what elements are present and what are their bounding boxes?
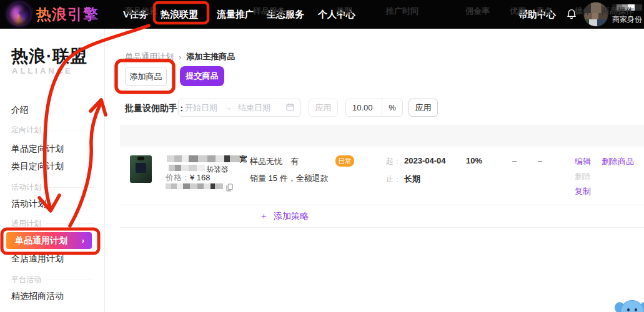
type-badge: 日常 xyxy=(335,155,354,167)
sidebar-brand-title: 热浪·联盟 xyxy=(11,45,87,67)
price-label: 价格： xyxy=(166,173,190,182)
mascot-eye xyxy=(627,308,630,311)
end-date-placeholder: 结束日期 xyxy=(238,102,270,114)
sidebar-section-activity-plans: 活动计划 xyxy=(11,182,94,193)
sidebar-item-category-directed-plan[interactable]: 类目定向计划 xyxy=(11,161,64,172)
active-item-label: 单品通用计划 xyxy=(15,235,67,246)
section-label: 活动计划 xyxy=(11,182,41,193)
calendar-icon xyxy=(286,103,294,113)
commission-rate-field: % xyxy=(345,99,403,117)
promo-end-label: 止： xyxy=(386,175,401,183)
delete-product-link[interactable]: 删除商品 xyxy=(602,156,634,167)
breadcrumb-separator: › xyxy=(179,52,181,62)
promo-end-value: 长期 xyxy=(404,174,420,183)
sample-service-line2: 销量 15 件，全额退款 xyxy=(250,173,329,184)
start-date-placeholder: 开始日期 xyxy=(185,102,217,114)
range-arrow-icon: → xyxy=(224,103,232,112)
logo-text: 热浪引擎 xyxy=(36,4,99,24)
mascot-eye xyxy=(635,308,637,311)
commission-value: 10% xyxy=(466,156,482,165)
col-promo-time: 推广时间 xyxy=(386,0,419,22)
section-rule xyxy=(46,223,94,224)
discount-value: – xyxy=(512,156,517,165)
sample-service-line1: 样品无忧 有 xyxy=(250,156,299,167)
col-discount: 优惠 xyxy=(510,0,526,22)
promo-start: 起：2023-04-04 xyxy=(386,156,446,167)
promo-start-value: 2023-04-04 xyxy=(404,156,446,165)
section-label: 通用计划 xyxy=(11,218,41,229)
sidebar-section-directed-plans: 定向计划 xyxy=(11,125,94,135)
sidebar: 热浪·联盟 ALLIANCE 介绍 定向计划 单品定向计划 类目定向计划 活动计… xyxy=(0,29,105,312)
percent-unit-label: % xyxy=(382,99,402,116)
row-divider xyxy=(120,205,644,205)
section-rule xyxy=(46,280,94,280)
add-strategy-link[interactable]: ＋ 添加策略 xyxy=(259,211,309,222)
app-logo[interactable]: 热浪引擎 xyxy=(7,2,99,26)
promo-start-label: 起： xyxy=(386,157,401,165)
sidebar-item-single-general-plan-active[interactable]: 单品通用计划 › xyxy=(6,232,92,249)
section-label: 平台活动 xyxy=(11,275,41,285)
edit-link[interactable]: 编辑 xyxy=(575,156,591,167)
col-sample-service: 样品服务 xyxy=(253,0,285,22)
col-product-info: 商品信息 xyxy=(125,0,157,22)
sidebar-brand-subtitle: ALLIANCE xyxy=(12,66,73,76)
sidebar-item-selected-merchant-activities[interactable]: 精选招商活动 xyxy=(11,291,64,302)
thumbnail-detail xyxy=(136,163,146,173)
add-strategy-label: 添加策略 xyxy=(274,211,309,222)
section-label: 定向计划 xyxy=(11,125,41,135)
breadcrumb: 单品通用计划 › 添加主推商品 xyxy=(125,51,235,62)
plus-icon: ＋ xyxy=(259,211,268,222)
breadcrumb-parent[interactable]: 单品通用计划 xyxy=(125,51,174,62)
submit-product-button[interactable]: 提交商品 xyxy=(180,66,224,86)
logo-orb-icon xyxy=(7,2,31,26)
chat-mascot-icon[interactable] xyxy=(613,297,644,312)
promo-end: 止：长期 xyxy=(386,173,420,185)
price-line: 价格：¥ 168 xyxy=(166,172,211,183)
batch-commission-label: 批量设佣助手： xyxy=(125,103,186,114)
sidebar-item-intro[interactable]: 介绍 xyxy=(11,105,29,116)
sidebar-section-platform-activities: 平台活动 xyxy=(11,275,94,285)
copy-link[interactable]: 复制 xyxy=(575,186,591,197)
add-product-button[interactable]: 添加商品 xyxy=(125,67,167,86)
price-value: ¥ 168 xyxy=(190,173,211,182)
col-operations: 操作 xyxy=(575,0,591,22)
thumbnail-detail xyxy=(137,157,144,160)
apply-date-button[interactable]: 应用 xyxy=(309,99,338,117)
col-type: 类型 xyxy=(336,0,352,22)
delete-link-disabled[interactable]: 删除 xyxy=(575,171,591,182)
section-divider xyxy=(120,227,644,228)
product-id-redacted xyxy=(166,183,223,189)
chevron-right-icon: › xyxy=(82,236,84,245)
sidebar-item-single-directed-plan[interactable]: 单品定向计划 xyxy=(11,144,64,155)
product-thumbnail[interactable] xyxy=(130,155,152,183)
section-rule xyxy=(46,130,94,130)
apply-rate-button[interactable]: 应用 xyxy=(409,99,438,117)
product-title-redacted-line1 xyxy=(167,155,240,162)
commission-rate-input[interactable] xyxy=(346,99,382,116)
sidebar-item-activity-plan[interactable]: 活动计划 xyxy=(11,198,46,210)
product-title-redacted-line2 xyxy=(169,165,205,171)
sidebar-item-store-general-plan[interactable]: 全店通用计划 xyxy=(11,253,64,265)
col-product-operations: 商品操作 xyxy=(602,0,634,22)
product-title-fragment1: 宽 xyxy=(239,154,247,165)
table-header xyxy=(120,125,644,147)
sidebar-section-general-plans: 通用计划 xyxy=(11,218,94,229)
date-range-picker[interactable]: 开始日期 → 结束日期 xyxy=(178,99,301,117)
nav-item-traffic-promotion[interactable]: 流量推广 xyxy=(217,0,254,29)
col-commission-rate: 佣金率 xyxy=(465,0,490,22)
selling-point-value: – xyxy=(538,156,542,165)
copy-icon[interactable] xyxy=(226,183,233,191)
breadcrumb-current: 添加主推商品 xyxy=(186,51,235,62)
section-rule xyxy=(46,187,94,188)
col-selling-point: 卖点 xyxy=(536,0,552,22)
nav-item-relang-alliance[interactable]: 热浪联盟 xyxy=(161,0,198,29)
